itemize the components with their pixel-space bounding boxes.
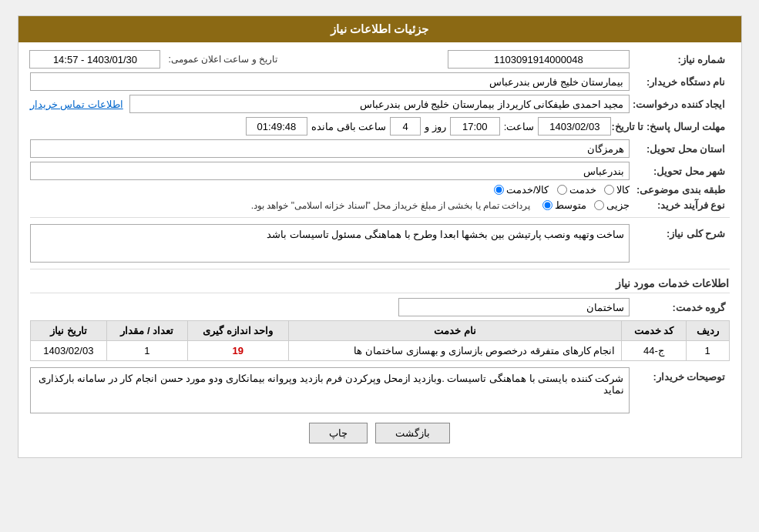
deadline-remaining-label: ساعت باقی مانده <box>311 121 386 132</box>
cat-kala-radio[interactable] <box>604 185 614 195</box>
td-name-1: انجام کارهای متفرقه درخصوص بازسازی و بهس… <box>288 341 621 361</box>
need-desc-text: ساخت وتهیه ونصب پارتیشن بین بخشها ابعدا … <box>267 229 624 240</box>
td-row-1: 1 <box>686 341 729 361</box>
table-header-row: ردیف کد خدمت نام خدمت واحد اندازه گیری ت… <box>30 321 729 341</box>
city-input[interactable] <box>30 162 630 180</box>
service-group-input[interactable] <box>398 298 630 316</box>
category-label: طبقه بندی موضوعی: <box>630 184 730 196</box>
deadline-label: مهلت ارسال پاسخ: تا تاریخ: <box>611 121 729 132</box>
need-desc-box: ساخت وتهیه ونصب پارتیشن بین بخشها ابعدا … <box>30 224 630 263</box>
pt-jozi-item: جزیی <box>594 199 630 211</box>
category-row: طبقه بندی موضوعی: کالا خدمت کالا/خدمت <box>30 184 730 196</box>
buyer-desc-row: توصیحات خریدار: شرکت کننده بایستی با هما… <box>30 367 730 413</box>
cat-kala-item: کالا <box>604 184 630 196</box>
requester-label: ایجاد کننده درخواست: <box>630 99 730 110</box>
pt-motavaset-radio[interactable] <box>542 200 552 210</box>
page-title: جزئیات اطلاعات نیاز <box>331 22 428 35</box>
buyer-desc-label: توصیحات خریدار: <box>630 367 730 383</box>
purchase-type-label: نوع فرآیند خرید: <box>630 199 730 211</box>
need-number-input[interactable] <box>448 50 629 69</box>
purchase-note: پرداخت تمام یا بخشی از مبلغ خریداز محل "… <box>251 200 531 211</box>
buyer-desc-text: شرکت کننده بایستی با هماهنگی تاسیسات .وب… <box>39 373 624 396</box>
page-header: جزئیات اطلاعات نیاز <box>18 16 741 42</box>
deadline-date-input[interactable] <box>538 117 611 136</box>
need-desc-label: شرح کلی نیاز: <box>630 224 730 239</box>
button-row: بازگشت چاپ <box>30 423 730 443</box>
deadline-remaining-input[interactable] <box>246 117 307 136</box>
buyer-label: نام دستگاه خریدار: <box>630 76 730 88</box>
city-label: شهر محل تحویل: <box>630 166 730 177</box>
deadline-row: مهلت ارسال پاسخ: تا تاریخ: ساعت: روز و س… <box>30 117 730 136</box>
print-button[interactable]: چاپ <box>309 423 368 443</box>
divider-1 <box>30 217 730 218</box>
cat-kala-label: کالا <box>616 184 630 196</box>
requester-contact-link[interactable]: اطلاعات تماس خریدار <box>30 99 123 110</box>
th-unit: واحد اندازه گیری <box>187 321 288 341</box>
th-date: تاریخ نیاز <box>30 321 107 341</box>
pt-jozi-radio[interactable] <box>594 200 604 210</box>
td-date-1: 1403/02/03 <box>30 341 107 361</box>
pt-jozi-label: جزیی <box>606 199 630 211</box>
cat-khadamat-item: خدمت <box>557 184 596 196</box>
services-section-title: اطلاعات خدمات مورد نیاز <box>30 277 730 293</box>
cat-khadamat-label: خدمت <box>569 184 596 196</box>
th-code: کد خدمت <box>622 321 686 341</box>
th-count: تعداد / مقدار <box>107 321 187 341</box>
buyer-input[interactable] <box>30 72 630 91</box>
deadline-days-label: روز و <box>425 121 446 132</box>
province-row: استان محل تحویل: <box>30 139 730 158</box>
cat-both-item: کالا/خدمت <box>494 184 549 196</box>
main-container: جزئیات اطلاعات نیاز شماره نیاز: تاریخ و … <box>18 15 742 458</box>
divider-2 <box>30 269 730 269</box>
buyer-desc-box: شرکت کننده بایستی با هماهنگی تاسیسات .وب… <box>30 367 630 413</box>
city-row: شهر محل تحویل: <box>30 162 730 180</box>
cat-both-radio[interactable] <box>494 185 504 195</box>
announce-date-label: تاریخ و ساعت اعلان عمومی: <box>168 54 277 65</box>
category-radio-group: کالا خدمت کالا/خدمت <box>494 184 630 196</box>
content-area: شماره نیاز: تاریخ و ساعت اعلان عمومی: نا… <box>18 42 741 457</box>
purchase-type-row: نوع فرآیند خرید: جزیی متوسط پرداخت تمام … <box>30 199 730 211</box>
td-unit-1: 19 <box>187 341 288 361</box>
requester-input[interactable] <box>129 95 630 113</box>
service-group-row: گروه خدمت: <box>30 298 730 316</box>
deadline-time-label: ساعت: <box>504 121 535 132</box>
cat-both-label: کالا/خدمت <box>506 184 549 196</box>
need-number-row: شماره نیاز: تاریخ و ساعت اعلان عمومی: <box>30 50 730 69</box>
table-row: 1 ج-44 انجام کارهای متفرقه درخصوص بازساز… <box>30 341 729 361</box>
cat-khadamat-radio[interactable] <box>557 185 567 195</box>
need-desc-row: شرح کلی نیاز: ساخت وتهیه ونصب پارتیشن بی… <box>30 224 730 263</box>
td-count-1: 1 <box>107 341 187 361</box>
pt-motavaset-item: متوسط <box>542 199 586 211</box>
services-table: ردیف کد خدمت نام خدمت واحد اندازه گیری ت… <box>30 320 730 361</box>
buyer-row: نام دستگاه خریدار: <box>30 72 730 91</box>
th-row: ردیف <box>686 321 729 341</box>
province-input[interactable] <box>30 139 630 158</box>
pt-motavaset-label: متوسط <box>555 199 586 211</box>
th-name: نام خدمت <box>288 321 621 341</box>
need-number-label: شماره نیاز: <box>630 54 730 65</box>
service-group-label: گروه خدمت: <box>630 302 730 313</box>
announce-date-input[interactable] <box>29 50 160 69</box>
td-code-1: ج-44 <box>622 341 686 361</box>
requester-row: ایجاد کننده درخواست: اطلاعات تماس خریدار <box>30 95 730 113</box>
deadline-days-input[interactable] <box>390 117 421 136</box>
back-button[interactable]: بازگشت <box>375 423 450 443</box>
purchase-radio-group: جزیی متوسط <box>542 199 630 211</box>
province-label: استان محل تحویل: <box>630 143 730 155</box>
deadline-time-input[interactable] <box>450 117 500 136</box>
